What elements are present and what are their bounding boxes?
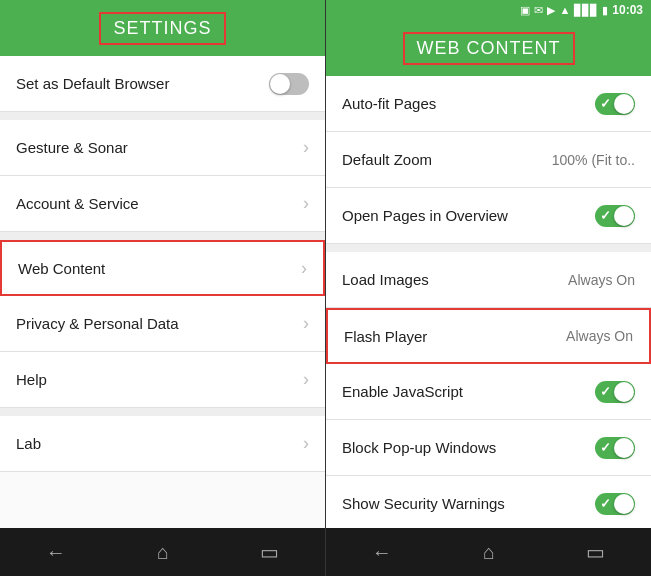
list-item[interactable]: Load Images Always On bbox=[326, 252, 651, 308]
open-pages-toggle[interactable]: ✓ bbox=[595, 205, 635, 227]
nav-bar-left: ← ⌂ ▭ bbox=[0, 528, 325, 576]
popup-toggle[interactable]: ✓ bbox=[595, 437, 635, 459]
chevron-right-icon: › bbox=[303, 193, 309, 214]
check-icon: ✓ bbox=[600, 384, 611, 399]
check-icon: ✓ bbox=[600, 496, 611, 511]
settings-panel: SETTINGS Set as Default Browser Gesture … bbox=[0, 0, 326, 576]
home-icon[interactable]: ⌂ bbox=[157, 541, 169, 564]
status-time: 10:03 bbox=[612, 3, 643, 17]
separator bbox=[326, 244, 651, 252]
list-item[interactable]: Set as Default Browser bbox=[0, 56, 325, 112]
chevron-right-icon: › bbox=[301, 258, 307, 279]
separator bbox=[0, 408, 325, 416]
back-icon[interactable]: ← bbox=[372, 541, 392, 564]
settings-list: Set as Default Browser Gesture & Sonar ›… bbox=[0, 56, 325, 528]
list-item[interactable]: Default Zoom 100% (Fit to.. bbox=[326, 132, 651, 188]
nav-bar-right: ← ⌂ ▭ bbox=[326, 528, 651, 576]
battery-icon: ▮ bbox=[602, 4, 608, 17]
notification-icon: ▣ bbox=[520, 4, 530, 17]
chevron-right-icon: › bbox=[303, 137, 309, 158]
flash-player-item[interactable]: Flash Player Always On bbox=[326, 308, 651, 364]
recent-icon[interactable]: ▭ bbox=[586, 540, 605, 564]
list-item[interactable]: Help › bbox=[0, 352, 325, 408]
default-browser-toggle[interactable] bbox=[269, 73, 309, 95]
back-icon[interactable]: ← bbox=[46, 541, 66, 564]
settings-title: SETTINGS bbox=[99, 12, 225, 45]
list-item[interactable]: Block Pop-up Windows ✓ bbox=[326, 420, 651, 476]
settings-header: SETTINGS bbox=[0, 0, 325, 56]
list-item[interactable]: Auto-fit Pages ✓ bbox=[326, 76, 651, 132]
web-content-list: Auto-fit Pages ✓ Default Zoom 100% (Fit … bbox=[326, 76, 651, 528]
web-content-header: WEB CONTENT bbox=[326, 20, 651, 76]
check-icon: ✓ bbox=[600, 208, 611, 223]
media-icon: ▶ bbox=[547, 4, 555, 17]
list-item[interactable]: Open Pages in Overview ✓ bbox=[326, 188, 651, 244]
check-icon: ✓ bbox=[600, 96, 611, 111]
separator bbox=[0, 112, 325, 120]
status-bar: ▣ ✉ ▶ ▲ ▊▊▊ ▮ 10:03 bbox=[326, 0, 651, 20]
chevron-right-icon: › bbox=[303, 433, 309, 454]
home-icon[interactable]: ⌂ bbox=[483, 541, 495, 564]
separator bbox=[0, 232, 325, 240]
list-item[interactable]: Lab › bbox=[0, 416, 325, 472]
web-content-item[interactable]: Web Content › bbox=[0, 240, 325, 296]
chevron-right-icon: › bbox=[303, 369, 309, 390]
javascript-toggle[interactable]: ✓ bbox=[595, 381, 635, 403]
list-item[interactable]: Privacy & Personal Data › bbox=[0, 296, 325, 352]
list-item[interactable]: Show Security Warnings ✓ bbox=[326, 476, 651, 528]
web-content-title: WEB CONTENT bbox=[403, 32, 575, 65]
list-item[interactable]: Gesture & Sonar › bbox=[0, 120, 325, 176]
signal-icon: ▊▊▊ bbox=[574, 4, 598, 17]
list-item[interactable]: Enable JavaScript ✓ bbox=[326, 364, 651, 420]
recent-icon[interactable]: ▭ bbox=[260, 540, 279, 564]
auto-fit-toggle[interactable]: ✓ bbox=[595, 93, 635, 115]
message-icon: ✉ bbox=[534, 4, 543, 17]
wifi-icon: ▲ bbox=[559, 4, 570, 16]
web-content-panel: ▣ ✉ ▶ ▲ ▊▊▊ ▮ 10:03 WEB CONTENT Auto-fit… bbox=[326, 0, 651, 576]
list-item[interactable]: Account & Service › bbox=[0, 176, 325, 232]
security-toggle[interactable]: ✓ bbox=[595, 493, 635, 515]
chevron-right-icon: › bbox=[303, 313, 309, 334]
check-icon: ✓ bbox=[600, 440, 611, 455]
